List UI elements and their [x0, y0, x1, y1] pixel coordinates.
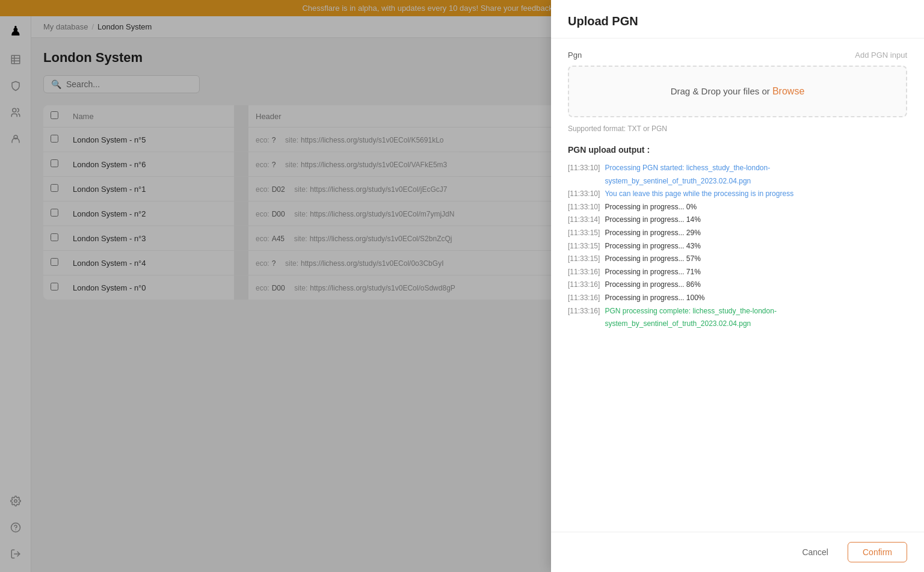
- log-time: [11:33:16]: [568, 278, 600, 292]
- log-time: [11:33:10]: [568, 162, 600, 188]
- log-time: [11:33:16]: [568, 266, 600, 279]
- log-line: [11:33:10] You can leave this page while…: [568, 188, 907, 201]
- log-time: [11:33:15]: [568, 240, 600, 253]
- log-time: [11:33:10]: [568, 201, 600, 214]
- output-log: [11:33:10] Processing PGN started: liche…: [568, 162, 907, 331]
- log-time: [11:33:16]: [568, 292, 600, 305]
- panel-body: Pgn Add PGN input Drag & Drop your files…: [551, 38, 924, 532]
- output-label: PGN upload output :: [568, 145, 907, 155]
- log-line: [11:33:10] Processing in progress... 0%: [568, 201, 907, 214]
- log-time: [11:33:16]: [568, 305, 600, 331]
- add-pgn-link[interactable]: Add PGN input: [855, 51, 907, 60]
- upload-panel: Upload PGN Pgn Add PGN input Drag & Drop…: [551, 0, 924, 572]
- log-line: [11:33:15] Processing in progress... 29%: [568, 227, 907, 240]
- cancel-button[interactable]: Cancel: [790, 543, 840, 562]
- pgn-section-label: Pgn Add PGN input: [568, 51, 907, 60]
- panel-title: Upload PGN: [568, 14, 907, 28]
- log-message: Processing in progress... 86%: [605, 278, 700, 292]
- log-line: [11:33:16] PGN processing complete: lich…: [568, 305, 907, 331]
- log-line: [11:33:14] Processing in progress... 14%: [568, 214, 907, 227]
- overlay: Upload PGN Pgn Add PGN input Drag & Drop…: [0, 0, 924, 572]
- log-time: [11:33:10]: [568, 188, 600, 201]
- drop-zone[interactable]: Drag & Drop your files or Browse: [568, 66, 907, 117]
- log-message: Processing in progress... 0%: [605, 201, 697, 214]
- log-message: Processing in progress... 29%: [605, 227, 700, 240]
- log-message: Processing in progress... 43%: [605, 240, 700, 253]
- log-line: [11:33:16] Processing in progress... 100…: [568, 292, 907, 305]
- log-message: Processing in progress... 57%: [605, 253, 700, 266]
- log-message: Processing in progress... 14%: [605, 214, 700, 227]
- log-time: [11:33:15]: [568, 227, 600, 240]
- log-time: [11:33:15]: [568, 253, 600, 266]
- log-line: [11:33:16] Processing in progress... 71%: [568, 266, 907, 279]
- confirm-button[interactable]: Confirm: [848, 542, 907, 562]
- log-line: [11:33:16] Processing in progress... 86%: [568, 278, 907, 292]
- log-line: [11:33:10] Processing PGN started: liche…: [568, 162, 907, 188]
- log-time: [11:33:14]: [568, 214, 600, 227]
- log-line: [11:33:15] Processing in progress... 57%: [568, 253, 907, 266]
- panel-header: Upload PGN: [551, 0, 924, 38]
- supported-format-text: Supported format: TXT or PGN: [568, 125, 907, 133]
- log-message: Processing in progress... 71%: [605, 266, 700, 279]
- log-message: Processing in progress... 100%: [605, 292, 704, 305]
- browse-link[interactable]: Browse: [772, 86, 804, 96]
- pgn-label: Pgn: [568, 51, 582, 60]
- log-message: PGN processing complete: lichess_study_t…: [605, 305, 907, 331]
- log-line: [11:33:15] Processing in progress... 43%: [568, 240, 907, 253]
- panel-footer: Cancel Confirm: [551, 532, 924, 572]
- drop-zone-text: Drag & Drop your files or: [671, 86, 772, 96]
- log-message: You can leave this page while the proces…: [605, 188, 793, 201]
- log-message: Processing PGN started: lichess_study_th…: [605, 162, 907, 188]
